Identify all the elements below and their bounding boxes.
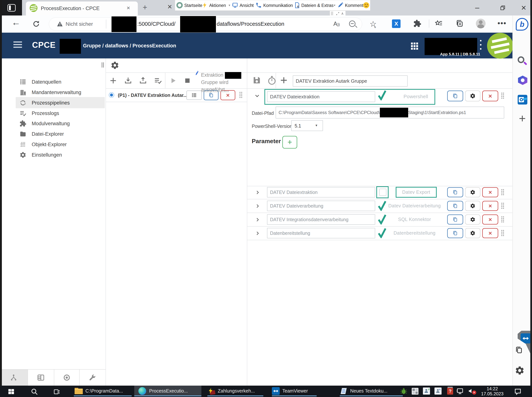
sidebar-item-objekt-explorer[interactable]: Objekt-Explorer bbox=[32, 142, 67, 148]
step-drag-handle[interactable] bbox=[501, 203, 504, 209]
toolbar-item-kommunikation[interactable]: Kommunikation bbox=[263, 3, 293, 8]
tray-user-in-icon[interactable]: ↗ bbox=[423, 387, 430, 395]
step-drag-handle[interactable] bbox=[501, 189, 504, 195]
step-delete-button[interactable]: × bbox=[482, 214, 498, 224]
workspaces-icon[interactable] bbox=[7, 4, 16, 12]
ps-version-select[interactable]: 5.1 ▾ bbox=[291, 120, 323, 131]
tray-bug-icon[interactable] bbox=[400, 387, 407, 395]
sidebar-item-datenquellen[interactable]: Datenquellen bbox=[32, 79, 61, 85]
bottom-tab-eye[interactable] bbox=[54, 370, 80, 386]
hamburger-menu-icon[interactable] bbox=[13, 41, 22, 49]
expand-step-icon[interactable] bbox=[255, 204, 260, 209]
step-copy-button[interactable] bbox=[447, 201, 463, 211]
pipeline-radio[interactable] bbox=[109, 92, 114, 98]
overlay-close-icon[interactable]: × bbox=[168, 2, 172, 11]
step-enabled-check-icon[interactable] bbox=[377, 90, 387, 100]
sidebar-settings-gear-icon[interactable] bbox=[515, 366, 525, 376]
step-settings-button[interactable] bbox=[465, 201, 480, 211]
taskbar-search-icon[interactable] bbox=[30, 388, 38, 395]
step-name-input[interactable] bbox=[267, 228, 375, 238]
step-delete-button[interactable]: × bbox=[482, 201, 498, 211]
outlook-icon[interactable] bbox=[518, 95, 527, 105]
read-aloud-icon[interactable]: A)) bbox=[333, 20, 340, 27]
tab-close-icon[interactable]: × bbox=[127, 5, 130, 11]
add-step-icon[interactable] bbox=[279, 76, 288, 85]
browser-menu-icon[interactable]: ••• bbox=[497, 19, 507, 27]
bing-chat-icon[interactable]: b bbox=[516, 18, 528, 31]
step-drag-handle[interactable] bbox=[501, 93, 504, 99]
tray-volume-muted-icon[interactable]: × bbox=[468, 387, 476, 395]
close-button[interactable]: × bbox=[521, 3, 526, 13]
import-icon[interactable] bbox=[124, 76, 132, 85]
sidebar-item-einstellungen[interactable]: Einstellungen bbox=[32, 152, 62, 158]
extensions-puzzle-icon[interactable] bbox=[413, 19, 421, 28]
add-pipeline-icon[interactable] bbox=[109, 76, 117, 85]
tray-window-grid-icon[interactable] bbox=[412, 388, 418, 395]
taskbar-app-notepad[interactable]: Neues Textdoku... bbox=[339, 386, 404, 396]
new-tab-button[interactable]: + bbox=[143, 3, 147, 12]
step-copy-button[interactable] bbox=[447, 91, 463, 101]
apps-grid-icon[interactable] bbox=[410, 41, 419, 50]
minimize-button[interactable]: – bbox=[475, 3, 479, 12]
settings-gear-icon[interactable] bbox=[110, 61, 119, 70]
toolbar-item-aktionen[interactable]: Aktionen bbox=[209, 3, 226, 8]
step-name-input[interactable] bbox=[267, 214, 375, 225]
sidebar-item-datei-explorer[interactable]: Datei-Explorer bbox=[32, 131, 64, 137]
run-icon[interactable] bbox=[169, 77, 177, 84]
step-copy-button[interactable] bbox=[447, 187, 463, 197]
zoom-out-icon[interactable] bbox=[349, 20, 355, 27]
taskbar-clock[interactable]: 14:22 17.05.2023 bbox=[477, 386, 507, 396]
expand-step-icon[interactable] bbox=[255, 190, 260, 195]
step-delete-button[interactable]: × bbox=[482, 91, 498, 101]
sidebar-add-icon[interactable] bbox=[518, 114, 526, 123]
stop-icon[interactable] bbox=[184, 77, 191, 84]
toolbar-item-dateien[interactable]: Dateien & Extras bbox=[301, 3, 334, 8]
sidebar-window-icon[interactable] bbox=[515, 346, 523, 354]
taskbar-app-explorer[interactable]: C:\ProgramData... bbox=[73, 386, 133, 396]
extension-x-icon[interactable]: X bbox=[392, 19, 400, 28]
collapse-icon[interactable]: ∧ bbox=[341, 11, 344, 16]
favorites-list-icon[interactable] bbox=[435, 19, 443, 28]
add-parameter-button[interactable]: + bbox=[282, 136, 297, 149]
schedule-icon[interactable] bbox=[267, 75, 277, 85]
step-drag-handle[interactable] bbox=[501, 216, 504, 223]
splitter-handle[interactable] bbox=[102, 62, 105, 68]
tray-user-x-icon[interactable]: × bbox=[435, 387, 441, 395]
step-delete-button[interactable]: × bbox=[482, 187, 498, 197]
expand-icon[interactable] bbox=[336, 12, 339, 15]
expand-step-icon[interactable] bbox=[255, 217, 260, 222]
pipeline-label[interactable]: (P1) - DATEV Extraktion Autar... bbox=[118, 93, 187, 98]
task-view-icon[interactable] bbox=[53, 388, 60, 395]
step-copy-button[interactable] bbox=[447, 214, 463, 224]
back-icon[interactable]: ← bbox=[12, 17, 20, 27]
step-settings-button[interactable] bbox=[465, 228, 480, 238]
collections-icon[interactable] bbox=[456, 19, 464, 28]
refresh-icon[interactable] bbox=[32, 20, 40, 28]
file-path-input[interactable]: C:\ProgramData\Saxess Software\CPCE\CPCl… bbox=[276, 106, 504, 118]
toolbar-item-startseite[interactable]: Startseite bbox=[184, 3, 202, 8]
bottom-tab-table[interactable] bbox=[28, 370, 54, 386]
tray-help-icon[interactable]: ? bbox=[447, 387, 453, 395]
step-drag-handle[interactable] bbox=[501, 230, 504, 236]
bottom-tab-flow-active[interactable] bbox=[0, 370, 28, 386]
start-button[interactable] bbox=[8, 388, 15, 395]
sidebar-item-prozesslogs[interactable]: Prozesslogs bbox=[32, 111, 59, 116]
taskbar-app-zahlung[interactable]: Zahlungsverkeh... bbox=[207, 386, 264, 396]
taskbar-app-edge-active[interactable]: ProcessExecutio... bbox=[134, 386, 201, 396]
taskbar-app-teamviewer[interactable]: TeamViewer bbox=[271, 386, 317, 396]
step-settings-button[interactable] bbox=[465, 187, 480, 197]
restore-button[interactable] bbox=[500, 5, 506, 11]
step-settings-button[interactable] bbox=[465, 214, 480, 224]
bottom-tab-wrench[interactable] bbox=[80, 370, 106, 386]
step-name-input[interactable] bbox=[267, 91, 375, 102]
favorite-add-icon[interactable]: ☆+ bbox=[369, 19, 379, 29]
security-label[interactable]: Nicht sicher bbox=[66, 21, 93, 27]
step-copy-button[interactable] bbox=[447, 228, 463, 238]
tray-network-icon[interactable] bbox=[456, 387, 464, 395]
validate-list-icon[interactable] bbox=[154, 76, 162, 85]
sidebar-search-icon[interactable] bbox=[518, 56, 524, 63]
sidebar-item-modulverwaltung[interactable]: Modulverwaltung bbox=[32, 121, 70, 127]
sidebar-item-mandantenverwaltung[interactable]: Mandantenverwaltung bbox=[32, 90, 81, 95]
save-icon[interactable] bbox=[252, 76, 261, 85]
export-icon[interactable] bbox=[139, 76, 147, 85]
